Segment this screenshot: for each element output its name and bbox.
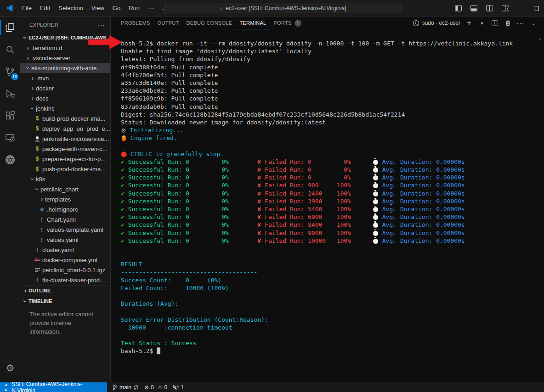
tree-item[interactable]: ›petclinic_chart — [20, 184, 110, 194]
git-branch-status[interactable]: main — [113, 384, 139, 391]
outline-section-header[interactable]: › OUTLINE — [20, 285, 110, 296]
terminal-output[interactable]: bash-5.2$ docker run -it --rm ddosify/dd… — [111, 29, 544, 382]
shell-script-icon: $ — [34, 146, 40, 152]
tree-item[interactable]: !tls-cluster-issuer-prod.... — [20, 275, 110, 285]
yaml-file-icon: ! — [39, 226, 45, 233]
tree-item[interactable]: $deploy_app_on_prod_e... — [20, 123, 110, 134]
hide-panel-icon[interactable]: ⌄ — [529, 19, 538, 27]
yaml-file-icon: ! — [39, 236, 45, 243]
scrollbar-up-icon[interactable]: ▲ — [538, 37, 542, 41]
explorer-sidebar: EXPLORER ··· › EC2-USER [SSH: CUMHUR-AWS… — [20, 17, 111, 382]
chevron-down-icon: › — [22, 298, 29, 304]
tab-problems[interactable]: PROBLEMS — [117, 17, 154, 29]
terminal-line: Status: Downloaded newer image for ddosi… — [121, 118, 544, 126]
tree-item[interactable]: ›.vscode-server — [20, 53, 110, 63]
menu-selection[interactable]: Selection — [54, 3, 87, 14]
tab-output[interactable]: OUTPUT — [154, 17, 183, 29]
tree-item-label: jenkins — [36, 105, 54, 112]
maximize-button[interactable] — [528, 0, 544, 17]
toggle-sidebar-icon[interactable] — [450, 0, 466, 17]
tree-item-label: push-prod-docker-ima... — [42, 166, 106, 173]
tree-item[interactable]: petclinic_chart-0.0.1.tgz — [20, 265, 110, 275]
chevron-down-icon: › — [24, 65, 32, 71]
source-control-icon[interactable]: 19 — [0, 61, 20, 83]
ports-status[interactable]: 1 — [173, 384, 184, 391]
remote-indicator[interactable]: >< SSH: Cumhur-AWS-Jenkins-N.Virginia — [0, 382, 107, 392]
tree-item[interactable]: $push-prod-docker-ima... — [20, 164, 110, 174]
settings-gear-icon[interactable]: ⚙ — [0, 357, 20, 379]
tree-item[interactable]: $package-with-maven-c... — [20, 144, 110, 154]
stopwatch-icon — [373, 175, 378, 180]
tree-item[interactable]: !cluster.yaml — [20, 245, 110, 255]
terminal-line: Success Count: 0 (0%) — [121, 276, 544, 284]
tree-item[interactable]: .helmignore — [20, 204, 110, 214]
customize-layout-icon[interactable] — [497, 0, 513, 17]
terminal-line: RESULT — [121, 260, 544, 268]
warning-icon: ⚠ — [158, 384, 163, 391]
split-editor-icon[interactable] — [482, 0, 497, 17]
tree-item[interactable]: docker-compose.yml — [20, 255, 110, 265]
menu-view[interactable]: View — [87, 3, 108, 14]
tree-item[interactable]: ›eks-monitoring-with-ante... — [20, 63, 110, 73]
activity-bar: 19 ⚙ — [0, 17, 20, 382]
tree-item-label: prepare-tags-ecr-for-p... — [42, 156, 106, 162]
terminal-more-icon[interactable]: ··· — [516, 19, 525, 27]
command-center[interactable]: ⌕ ec2-user [SSH: Cumhur-AWS-Jenkins-N.Vi… — [164, 3, 402, 13]
branch-icon — [113, 384, 118, 390]
menu-overflow[interactable]: ··· — [144, 3, 158, 14]
menu-run[interactable]: Run — [125, 3, 144, 14]
docker-compose-icon — [34, 257, 40, 263]
tab-terminal[interactable]: TERMINAL — [236, 17, 270, 29]
helm-file-icon — [39, 207, 45, 212]
tab-debug-console[interactable]: DEBUG CONSOLE — [183, 17, 236, 29]
title-bar: File Edit Selection View Go Run ··· ← → … — [0, 0, 544, 17]
tree-item[interactable]: jenkinsfile-microservice... — [20, 134, 110, 144]
search-sidebar-icon[interactable] — [0, 39, 20, 61]
remote-explorer-icon[interactable] — [0, 127, 20, 149]
problems-status[interactable]: ⊗ 0 ⚠ 0 — [144, 384, 167, 391]
terminal-line: latest: Pulling from ddosify/ddosify — [121, 55, 544, 63]
new-terminal-icon[interactable]: + — [465, 19, 473, 27]
split-terminal-icon[interactable] — [491, 19, 499, 27]
tree-item-label: Chart.yaml — [47, 216, 76, 223]
menu-edit[interactable]: Edit — [36, 3, 54, 14]
command-center-label: ec2-user [SSH: Cumhur-AWS-Jenkins-N.Virg… — [226, 5, 346, 11]
explorer-icon[interactable] — [0, 17, 20, 39]
yaml-file-icon: ! — [34, 277, 40, 284]
menu-file[interactable]: File — [18, 3, 36, 14]
terminal-dropdown-icon[interactable]: ▾ — [478, 19, 486, 27]
tree-item-label: docker-compose.yml — [42, 257, 97, 263]
kubernetes-icon[interactable] — [0, 149, 20, 171]
tree-item[interactable]: ›templates — [20, 194, 110, 204]
tree-item[interactable]: ›docs — [20, 93, 110, 103]
terminal-line — [121, 252, 544, 260]
minimize-button[interactable]: — — [513, 0, 528, 17]
extensions-icon[interactable] — [0, 105, 20, 127]
yaml-file-icon: ! — [39, 216, 45, 223]
tree-item-label: docs — [36, 95, 48, 102]
tree-item[interactable]: !values-template.yaml — [20, 224, 110, 235]
remote-icon: >< — [5, 382, 9, 392]
tree-item[interactable]: ›k8s — [20, 174, 110, 184]
menu-go[interactable]: Go — [108, 3, 125, 14]
explorer-more-icon[interactable]: ··· — [98, 21, 105, 28]
tree-item[interactable]: $prepare-tags-ecr-for-p... — [20, 154, 110, 164]
tree-item[interactable]: $build-prod-docker-ima... — [20, 113, 110, 123]
terminal-line: bash-5.2$ docker run -it --rm ddosify/dd… — [121, 39, 544, 47]
tree-item[interactable]: !Chart.yaml — [20, 214, 110, 224]
tree-item[interactable]: ›.mvn — [20, 73, 110, 83]
tree-item[interactable]: ›jenkins — [20, 103, 110, 113]
timeline-section-header[interactable]: › TIMELINE — [20, 296, 110, 306]
toggle-panel-icon[interactable] — [466, 0, 482, 17]
tab-ports[interactable]: PORTS 1 — [270, 17, 305, 29]
terminal-session[interactable]: sudo - ec2-user — [413, 20, 460, 27]
gear-icon: ⚙ — [121, 127, 126, 134]
stopwatch-icon — [373, 160, 378, 165]
kill-terminal-icon[interactable] — [504, 19, 512, 27]
terminal-line: 837a03edab0b: Pull complete — [121, 103, 544, 111]
tree-item[interactable]: !values.yaml — [20, 235, 110, 245]
terminal-line — [121, 331, 544, 339]
terminal-session-icon — [413, 20, 419, 27]
tree-item[interactable]: ›docker — [20, 83, 110, 93]
run-debug-icon[interactable] — [0, 83, 20, 105]
